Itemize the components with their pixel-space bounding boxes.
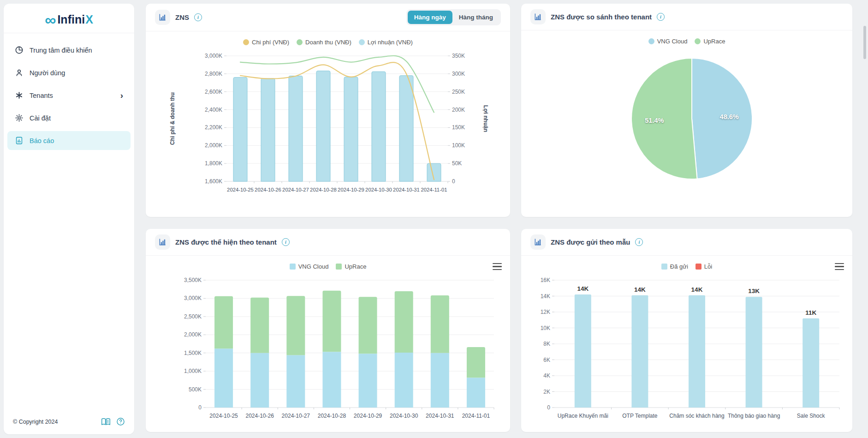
uprace-bars[interactable] (322, 291, 341, 352)
axis-tick-label: 2,200K (205, 124, 222, 131)
legend-marker (336, 264, 342, 270)
scrollbar-thumb[interactable] (863, 26, 866, 59)
legend-item[interactable]: UpRace (336, 263, 366, 270)
template-chart-legend: Đã gửiLỗi (661, 258, 712, 272)
legend-item[interactable]: Lợi nhuận (VNĐ) (359, 39, 413, 46)
sidebar-item-settings[interactable]: Cài đặt (7, 108, 131, 127)
x-axis-label: Thông báo giao hàng (728, 413, 780, 419)
legend-item[interactable]: Đã gửi (661, 263, 688, 270)
profit-bar[interactable] (316, 71, 330, 181)
sent-bars[interactable] (689, 295, 705, 408)
template-bar-chart[interactable]: 02K4K6K8K10K12K14K16K14KUpRace Khuyến mã… (526, 272, 848, 430)
info-icon[interactable]: i (657, 13, 665, 21)
uprace-bars[interactable] (214, 296, 233, 349)
info-icon[interactable]: i (194, 13, 202, 21)
sidebar-item-tenants[interactable]: Tenants› (7, 86, 131, 105)
footer-icons (101, 417, 125, 426)
uprace-bars[interactable] (467, 347, 485, 378)
profit-bar[interactable] (344, 77, 358, 181)
template-sent-card: ZNS được gửi theo mẫu i Đã gửiLỗi 02K4K6… (521, 229, 852, 432)
profit-bar[interactable] (372, 72, 386, 181)
profit-bar[interactable] (399, 76, 413, 181)
legend-item[interactable]: UpRace (695, 38, 725, 45)
infinity-logo-icon: ∞ (45, 15, 56, 25)
tenant-breakdown-body: VNG CloudUpRace 0500K1,000K1,500K2,000K2… (146, 256, 510, 432)
report-icon (15, 136, 24, 145)
axis-tick-label: 3,000K (205, 53, 222, 59)
axis-tick-label: 2,400K (205, 107, 222, 113)
sent-bars[interactable] (746, 297, 762, 408)
chart-menu-icon[interactable] (835, 263, 844, 270)
pie-slice-uprace[interactable] (631, 58, 697, 179)
legend-item[interactable]: VNG Cloud (648, 38, 688, 45)
axis-tick-label: 2,000K (205, 142, 222, 149)
axis-tick-label: 8K (543, 341, 550, 347)
vng-cloud-bars[interactable] (395, 353, 413, 408)
axis-tick-label: 12K (541, 309, 550, 315)
template-sent-header: ZNS được gửi theo mẫu i (521, 229, 852, 256)
combo-chart-legend: Chi phí (VNĐ)Doanh thu (VNĐ)Lợi nhuận (V… (243, 33, 413, 48)
legend-label: VNG Cloud (298, 263, 329, 270)
sidebar-item-label: Người dùng (30, 69, 65, 77)
zns-combo-chart[interactable]: 1,600K1,800K2,000K2,200K2,400K2,600K2,80… (150, 48, 505, 204)
axis-tick-label: 500K (189, 386, 202, 393)
sent-bars[interactable] (575, 294, 591, 408)
vng-cloud-bars[interactable] (250, 353, 269, 408)
legend-marker (696, 264, 702, 270)
legend-marker (648, 38, 654, 44)
zns-card: ZNS i Hàng ngày Hàng tháng Chi phí (VNĐ)… (146, 4, 510, 217)
x-axis-label: 2024-10-28 (310, 187, 337, 192)
chart-menu-icon[interactable] (493, 263, 502, 270)
sent-bars[interactable] (803, 318, 819, 408)
sidebar-item-reports[interactable]: Báo cáo (7, 131, 131, 150)
left-axis-title: Chi phí & doanh thu (169, 92, 176, 145)
axis-tick-label: 2,000K (184, 331, 202, 338)
vng-cloud-bars[interactable] (467, 378, 485, 408)
axis-tick-label: 0 (452, 178, 455, 185)
tenant-stacked-chart[interactable]: 0500K1,000K1,500K2,000K2,500K3,000K3,500… (150, 272, 505, 430)
profit-bar[interactable] (233, 78, 247, 181)
vng-cloud-bars[interactable] (322, 352, 341, 408)
uprace-bars[interactable] (395, 291, 413, 353)
sidebar-item-users[interactable]: Người dùng (7, 63, 131, 82)
uprace-bars[interactable] (359, 297, 377, 354)
pie-slice-label: 48.6% (720, 113, 739, 120)
legend-item[interactable]: VNG Cloud (290, 263, 329, 270)
bar-chart-icon (530, 234, 546, 250)
tenant-compare-header: ZNS được so sánh theo tenant i (521, 4, 852, 30)
tenant-compare-card: ZNS được so sánh theo tenant i VNG Cloud… (521, 4, 852, 217)
sidebar-item-control-center[interactable]: Trung tâm điều khiển (7, 41, 131, 60)
legend-item[interactable]: Lỗi (696, 263, 712, 270)
uprace-bars[interactable] (431, 295, 449, 353)
axis-tick-label: 6K (543, 357, 550, 363)
daily-toggle-button[interactable]: Hàng ngày (408, 11, 452, 24)
x-axis-label: 2024-10-29 (338, 187, 364, 192)
vng-cloud-bars[interactable] (286, 355, 305, 408)
monthly-toggle-button[interactable]: Hàng tháng (452, 11, 499, 24)
bar-chart-icon (155, 234, 170, 250)
help-icon[interactable] (116, 417, 125, 426)
zns-card-header: ZNS i Hàng ngày Hàng tháng (146, 4, 510, 31)
x-axis-label: 2024-10-30 (365, 187, 392, 192)
uprace-bars[interactable] (250, 298, 269, 353)
uprace-bars[interactable] (286, 296, 305, 355)
legend-item[interactable]: Chi phí (VNĐ) (243, 39, 289, 46)
sent-bars[interactable] (631, 295, 648, 408)
docs-book-icon[interactable] (101, 418, 111, 426)
x-axis-label: 2024-11-01 (421, 187, 447, 192)
tenant-pie-chart[interactable]: 48.6%51.4% (526, 47, 848, 191)
vng-cloud-bars[interactable] (214, 348, 233, 408)
info-icon[interactable]: i (282, 238, 290, 246)
sidebar-item-label: Tenants (30, 92, 53, 99)
vng-cloud-bars[interactable] (359, 354, 377, 408)
info-icon[interactable]: i (635, 238, 643, 246)
vng-cloud-bars[interactable] (431, 353, 449, 408)
logo[interactable]: ∞ Infini X (4, 4, 134, 33)
app: ∞ Infini X Trung tâm điều khiểnNgười dùn… (0, 0, 868, 438)
profit-bar[interactable] (289, 76, 303, 181)
chevron-right-icon: › (120, 92, 123, 99)
zns-card-body: Chi phí (VNĐ)Doanh thu (VNĐ)Lợi nhuận (V… (146, 31, 510, 217)
profit-bar[interactable] (261, 78, 275, 181)
sidebar-footer: © Copyright 2024 (4, 409, 134, 434)
legend-item[interactable]: Doanh thu (VNĐ) (297, 39, 351, 46)
